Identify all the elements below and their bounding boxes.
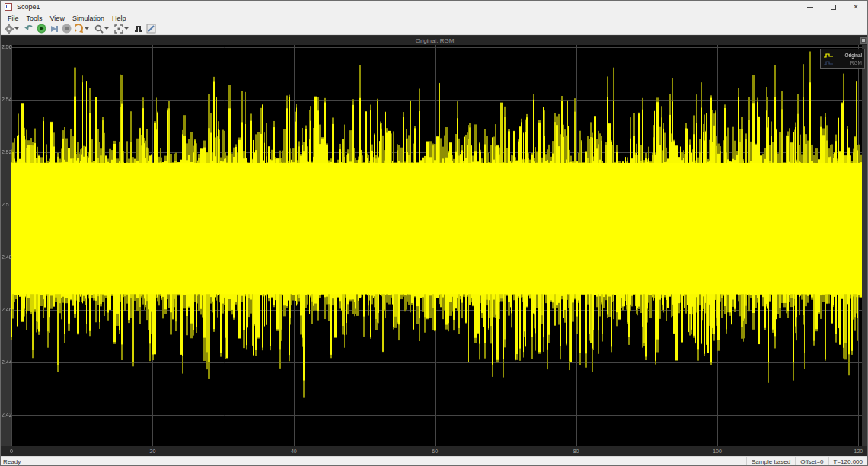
- step-back-icon: [24, 24, 34, 34]
- status-segment: Offset=0: [795, 457, 828, 466]
- plot-area: Original, RGM 2.422.442.462.482.52.522.5…: [1, 35, 868, 456]
- plot-title: Original, RGM: [416, 37, 455, 44]
- highlight-block-icon: [75, 24, 84, 34]
- y-tick-label: 2.5: [2, 202, 11, 207]
- maximize-button[interactable]: [822, 1, 844, 13]
- x-tick-label: 60: [432, 448, 438, 454]
- x-tick-label: 100: [713, 448, 722, 454]
- status-bar: Ready Sample basedOffset=0T=120.000: [1, 456, 867, 466]
- dropdown-caret-icon[interactable]: [85, 27, 89, 30]
- x-tick-label: 120: [854, 448, 863, 454]
- x-tick-label: 0: [10, 448, 13, 454]
- run-icon: [37, 24, 46, 34]
- minimize-icon: [807, 7, 813, 8]
- x-axis-labels: 020406080100120: [1, 446, 868, 456]
- menu-item-tools[interactable]: Tools: [23, 14, 46, 22]
- status-text: Ready: [1, 458, 21, 465]
- menu-item-help[interactable]: Help: [108, 14, 130, 22]
- y-tick-label: 2.52: [2, 149, 11, 155]
- y-tick-label: 2.56: [2, 44, 11, 49]
- measurements-icon: [146, 24, 156, 34]
- legend-label: RGM: [837, 60, 862, 65]
- x-tick-label: 80: [573, 448, 579, 454]
- maximize-icon: [831, 5, 836, 10]
- scope-window: Scope1 ✕ FileToolsViewSimulationHelp Ori…: [0, 0, 868, 466]
- menu-item-simulation[interactable]: Simulation: [69, 14, 108, 22]
- scope-app-icon: [5, 3, 12, 11]
- x-tick-label: 20: [149, 448, 155, 454]
- status-segments: Sample basedOffset=0T=120.000: [746, 457, 867, 466]
- zoom-icon: [94, 24, 104, 34]
- settings-gear-icon: [5, 24, 14, 34]
- trigger-icon: [134, 24, 143, 34]
- status-segment: Sample based: [746, 457, 795, 466]
- scale-axes-button[interactable]: [113, 24, 132, 34]
- highlight-block-button[interactable]: [73, 24, 93, 34]
- zoom-button[interactable]: [93, 24, 113, 34]
- dropdown-caret-icon[interactable]: [14, 27, 19, 30]
- toolbar: [1, 23, 867, 35]
- status-segment: T=120.000: [828, 457, 867, 466]
- y-tick-label: 2.46: [2, 307, 11, 312]
- scale-axes-icon: [114, 24, 123, 34]
- close-icon: ✕: [853, 4, 859, 11]
- step-forward-icon: [49, 24, 59, 34]
- menu-item-view[interactable]: View: [46, 14, 69, 22]
- legend-label: Original: [837, 53, 862, 58]
- plot-title-strip: Original, RGM: [1, 36, 868, 45]
- y-tick-label: 2.54: [2, 97, 11, 102]
- stop-button[interactable]: [60, 24, 73, 34]
- dropdown-caret-icon[interactable]: [124, 27, 129, 30]
- title-bar: Scope1 ✕: [1, 1, 867, 13]
- settings-gear-button[interactable]: [3, 24, 23, 34]
- y-tick-label: 2.44: [2, 359, 11, 365]
- trigger-button[interactable]: [132, 24, 145, 34]
- plot-legend[interactable]: OriginalRGM: [820, 49, 865, 69]
- legend-line-icon: [823, 56, 834, 69]
- run-button[interactable]: [35, 24, 48, 34]
- menu-bar: FileToolsViewSimulationHelp: [1, 13, 867, 23]
- step-back-button[interactable]: [23, 24, 35, 34]
- dropdown-caret-icon[interactable]: [104, 27, 109, 30]
- plot-dock-button[interactable]: [860, 37, 867, 44]
- menu-item-file[interactable]: File: [4, 14, 23, 22]
- window-title: Scope1: [17, 3, 40, 11]
- y-tick-label: 2.42: [2, 412, 11, 417]
- y-tick-label: 2.48: [2, 254, 11, 260]
- x-tick-label: 40: [291, 448, 297, 454]
- close-button[interactable]: ✕: [844, 1, 867, 13]
- step-forward-button[interactable]: [48, 24, 60, 34]
- legend-entry-rgm[interactable]: RGM: [823, 59, 862, 66]
- minimize-button[interactable]: [799, 1, 822, 13]
- window-controls: ✕: [799, 1, 867, 13]
- signal-plot-canvas[interactable]: [11, 45, 862, 446]
- measurements-button[interactable]: [145, 24, 158, 34]
- stop-icon: [62, 24, 72, 34]
